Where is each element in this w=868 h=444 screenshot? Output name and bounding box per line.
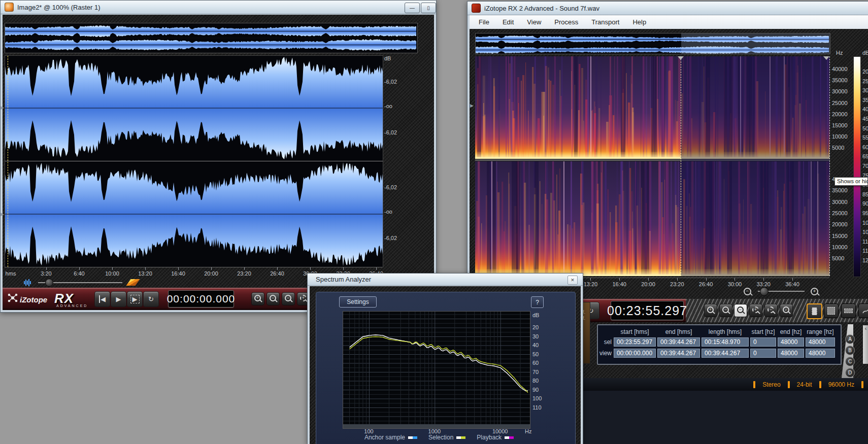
menu-item-edit[interactable]: Edit <box>503 18 514 26</box>
db-tick-label: 60 <box>862 144 868 150</box>
snapshot-button-a[interactable]: A <box>845 334 855 344</box>
lasso-select-mode-button[interactable] <box>858 303 868 318</box>
settings-button[interactable]: Settings <box>339 296 377 308</box>
menu-item-process[interactable]: Process <box>554 18 578 26</box>
zoom-out-button[interactable]: − <box>266 292 280 305</box>
zoom-to-selection-button[interactable]: + <box>749 304 762 317</box>
left-waveform-display[interactable] <box>5 55 383 267</box>
table-row-label: sel <box>604 338 612 346</box>
horizontal-zoom-slider-knob[interactable] <box>45 279 53 287</box>
freq-label: 20000 <box>832 221 848 227</box>
play-button[interactable]: ▶ <box>111 291 126 307</box>
molecule-icon <box>8 293 18 303</box>
db-tick-label: 50 <box>862 125 868 131</box>
help-button[interactable]: ? <box>531 296 544 308</box>
spectrogram-display[interactable] <box>475 56 829 276</box>
select-time-mode-button[interactable] <box>807 303 822 319</box>
table-cell[interactable]: 48000 <box>778 349 804 358</box>
status-item: 96000 Hz <box>828 381 854 388</box>
table-cell[interactable]: 00:00:00.000 <box>614 349 656 358</box>
left-time-display: 00:00:00.000 <box>168 290 234 308</box>
table-cell[interactable]: 00:23:55.297 <box>614 337 656 347</box>
db-scale-header: dB <box>384 55 391 61</box>
db-scale-label: -6,02 <box>384 235 397 241</box>
ruler-label: 3:20 <box>41 270 51 277</box>
zoom-selection-out-button[interactable]: − <box>764 304 778 317</box>
table-cell[interactable]: 48000 <box>806 349 835 358</box>
zoom-reset-button[interactable]: − <box>282 292 295 305</box>
db-tick-label: 30 <box>862 87 868 93</box>
freq-label: 20000 <box>832 111 848 117</box>
freq-scale-header: Hz <box>836 50 843 56</box>
spec-zoom-out-button[interactable]: − <box>719 304 732 317</box>
ruler-label: 16:40 <box>171 270 185 277</box>
maximize-icon[interactable]: ▯ <box>421 3 436 13</box>
db-tick-label: 115 <box>862 248 868 254</box>
right-time-display: 00:23:55.297 <box>611 301 684 320</box>
spectrum-close-icon[interactable]: ✕ <box>567 276 578 285</box>
left-window-titlebar[interactable]: Image2* @ 100% (Raster 1) <box>1 1 436 14</box>
ruler-label: 13:20 <box>138 270 152 277</box>
db-colorbar[interactable] <box>853 56 861 277</box>
menu-item-file[interactable]: File <box>479 18 489 26</box>
table-cell[interactable]: 48000 <box>806 337 835 347</box>
zoom-drag-button[interactable]: ⌕ <box>780 304 793 317</box>
right-overview-strip[interactable] <box>475 33 830 54</box>
table-cell[interactable]: 00:15:48.970 <box>702 337 749 347</box>
channel2-marker-icon[interactable]: ▶ <box>1 212 4 217</box>
minimize-icon[interactable]: — <box>405 3 420 13</box>
menu-item-help[interactable]: Help <box>632 18 646 26</box>
playhead-line[interactable] <box>8 56 8 267</box>
collapse-strip[interactable]: ‹ <box>863 325 868 364</box>
left-window-title: Image2* @ 100% (Raster 1) <box>17 4 101 11</box>
freq-label: 35000 <box>832 187 848 193</box>
zoom-in-button[interactable]: + <box>251 292 264 305</box>
select-frequency-mode-button[interactable] <box>841 303 856 318</box>
snapshot-button-d[interactable]: D <box>845 368 855 378</box>
db-tick-label: 85 <box>862 191 868 197</box>
freq-label: 25000 <box>832 210 848 216</box>
spectrum-window-titlebar[interactable]: Spectrum Analyzer <box>308 274 583 286</box>
table-cell[interactable]: 00:39:44.267 <box>702 349 749 358</box>
menu-bar: FileEditViewProcessTransportHelp <box>470 15 868 29</box>
snapshot-button-b[interactable]: B <box>845 346 855 355</box>
play-selection-button[interactable]: ▶ <box>127 291 143 307</box>
select-region-mode-button[interactable] <box>824 303 839 318</box>
desktop: Image2* @ 100% (Raster 1) — ▯ dB-6,02-oo… <box>0 0 868 444</box>
freq-label: 5000 <box>832 255 844 261</box>
spectrum-legend: Anchor sampleSelectionPlayback <box>343 434 536 441</box>
status-separator <box>819 381 821 388</box>
selection-end-marker-icon[interactable] <box>823 56 829 60</box>
loop-button[interactable]: ↻ <box>143 291 159 307</box>
pencil-tool-icon[interactable] <box>126 279 140 286</box>
skip-to-start-button[interactable]: ◀ <box>94 291 110 307</box>
overview-zoom-slider-knob[interactable] <box>760 287 769 296</box>
table-cell[interactable]: 0 <box>750 337 776 347</box>
spec-zoom-in-button[interactable]: + <box>704 304 717 317</box>
freq-label: 5000 <box>832 145 844 151</box>
left-overview-strip[interactable] <box>5 23 418 53</box>
db-colorbar-header: dB <box>862 50 868 56</box>
logo-brand: iZotope <box>20 295 47 304</box>
channel1-marker-icon[interactable]: ▶ <box>1 105 4 110</box>
db-scale-label: -6,02 <box>384 79 397 85</box>
db-tick-label: 55 <box>862 134 868 141</box>
spec-zoom-out-active-button[interactable]: − <box>734 304 747 317</box>
freq-label: 15000 <box>832 233 848 239</box>
table-cell[interactable]: 0 <box>750 349 776 358</box>
selection-region[interactable] <box>681 56 830 276</box>
overview-selection-highlight <box>681 33 830 54</box>
right-window-titlebar[interactable]: iZotope RX 2 Advanced - Sound 7f.wav <box>468 2 868 15</box>
selection-start-marker-icon[interactable] <box>678 56 684 60</box>
spectrum-y-tick: 50 <box>532 351 539 357</box>
spec-channel-marker-icon[interactable]: ▶ <box>470 103 474 108</box>
menu-item-transport[interactable]: Transport <box>591 18 619 26</box>
spectrum-plot[interactable] <box>343 311 530 429</box>
ruler-label: 20:00 <box>204 270 218 277</box>
table-cell[interactable]: 00:39:44.267 <box>657 349 700 358</box>
table-cell[interactable]: 00:39:44.267 <box>657 337 700 347</box>
snapshot-button-c[interactable]: C <box>845 357 855 366</box>
table-cell[interactable]: 48000 <box>778 337 804 347</box>
freq-label: 30000 <box>832 88 848 94</box>
menu-item-view[interactable]: View <box>527 18 541 26</box>
